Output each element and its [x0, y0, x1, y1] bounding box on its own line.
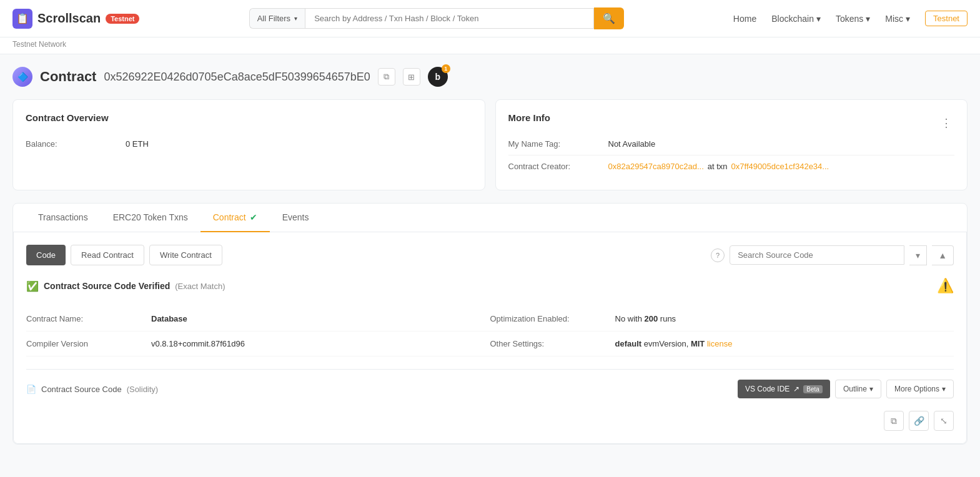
vscode-label: VS Code IDE — [745, 385, 789, 393]
chevron-down-icon: ▾ — [869, 385, 873, 393]
creator-label: Contract Creator: — [508, 162, 608, 171]
nav-area: Home Blockchain ▾ Tokens ▾ Misc ▾ Testne… — [733, 11, 968, 26]
optimization-no: No — [615, 314, 626, 323]
nav-misc[interactable]: Misc ▾ — [885, 14, 910, 24]
copy-code-button[interactable]: ⧉ — [884, 411, 904, 431]
verified-label: Contract Source Code Verified — [44, 281, 170, 291]
warning-icon: ⚠️ — [937, 278, 954, 294]
optimization-value: No with 200 runs — [615, 314, 676, 323]
license-link[interactable]: license — [707, 339, 732, 348]
balance-label: Balance: — [26, 139, 126, 149]
contract-info-grid: Contract Name: Database Optimization Ena… — [26, 307, 954, 357]
logo-icon: 📋 — [12, 9, 32, 29]
optimization-with: with — [628, 314, 642, 323]
code-button[interactable]: Code — [26, 245, 66, 265]
verified-text: ✅ Contract Source Code Verified (Exact M… — [26, 280, 225, 292]
search-chevron-down-icon[interactable]: ▾ — [909, 245, 927, 265]
source-code-suffix: (Solidity) — [127, 385, 159, 394]
contract-address: 0x526922E0426d0705eCa8ace5dF50399654657b… — [104, 71, 370, 84]
more-options-dots[interactable]: ⋮ — [938, 114, 954, 132]
link-button[interactable]: 🔗 — [909, 411, 929, 431]
search-input[interactable] — [305, 8, 594, 29]
contract-overview-title: Contract Overview — [26, 112, 472, 123]
creator-value-area: 0x82a29547ca8970c2ad... at txn 0x7ff4900… — [608, 162, 829, 171]
search-code-input[interactable] — [730, 245, 904, 265]
external-link-icon: ↗ — [793, 385, 799, 393]
nav-blockchain-label: Blockchain — [771, 14, 814, 24]
tab-events[interactable]: Events — [270, 204, 322, 232]
optimization-row: Optimization Enabled: No with 200 runs — [490, 307, 954, 332]
contract-toolbar: Code Read Contract Write Contract ? ▾ ▲ — [26, 245, 954, 265]
contract-content: Code Read Contract Write Contract ? ▾ ▲ … — [13, 232, 967, 444]
name-tag-label: My Name Tag: — [508, 139, 608, 149]
badge-count: 1 — [442, 64, 450, 73]
tab-contract-label: Contract — [213, 212, 246, 222]
verified-check-icon: ✅ — [26, 280, 39, 292]
nav-misc-label: Misc — [885, 14, 903, 24]
source-code-text: Contract Source Code — [41, 385, 122, 394]
sub-header: Testnet Network — [0, 37, 980, 54]
creator-address-link[interactable]: 0x82a29547ca8970c2ad... — [608, 162, 704, 171]
other-settings-default: default — [615, 339, 642, 348]
tab-erc20-label: ERC20 Token Txns — [113, 212, 188, 222]
optimization-runs-unit: runs — [660, 314, 676, 323]
contract-name-label: Contract Name: — [26, 314, 151, 323]
file-icon: 📄 — [26, 385, 36, 394]
tabs-section: Transactions ERC20 Token Txns Contract ✔… — [12, 203, 968, 445]
logo-area: 📋 Scrollscan Testnet — [12, 9, 139, 29]
verified-check-icon: ✔ — [250, 212, 257, 222]
tab-transactions[interactable]: Transactions — [26, 204, 101, 232]
more-info-title: More Info — [508, 112, 551, 123]
beta-badge: Beta — [803, 385, 823, 393]
nav-tokens-label: Tokens — [836, 14, 863, 24]
source-code-label: 📄 Contract Source Code (Solidity) — [26, 385, 158, 394]
name-tag-row: My Name Tag: Not Available — [508, 133, 955, 155]
vscode-button[interactable]: VS Code IDE ↗ Beta — [738, 380, 830, 398]
outline-label: Outline — [843, 385, 867, 393]
logo-text: Scrollscan — [37, 11, 101, 26]
page-content: 🔷 Contract 0x526922E0426d0705eCa8ace5dF5… — [0, 54, 980, 457]
more-info-card: More Info ⋮ My Name Tag: Not Available C… — [495, 99, 968, 190]
read-contract-button[interactable]: Read Contract — [71, 245, 144, 265]
creator-at-txn: at txn — [708, 162, 728, 171]
filter-dropdown[interactable]: All Filters ▾ — [249, 8, 305, 29]
contract-title-row: 🔷 Contract 0x526922E0426d0705eCa8ace5dF5… — [12, 67, 968, 87]
balance-value: 0 ETH — [126, 139, 149, 149]
search-button[interactable]: 🔍 — [594, 7, 624, 29]
bottom-icon-row: ⧉ 🔗 ⤡ — [26, 406, 954, 431]
chevron-down-icon: ▾ — [906, 14, 910, 24]
nav-blockchain[interactable]: Blockchain ▾ — [771, 14, 821, 24]
header: 📋 Scrollscan Testnet All Filters ▾ 🔍 Hom… — [0, 0, 980, 37]
nav-home[interactable]: Home — [733, 14, 756, 24]
source-code-actions: VS Code IDE ↗ Beta Outline ▾ More Option… — [738, 380, 954, 398]
help-icon[interactable]: ? — [711, 248, 725, 262]
tab-contract[interactable]: Contract ✔ — [200, 204, 270, 232]
write-contract-button[interactable]: Write Contract — [149, 245, 222, 265]
name-tag-value: Not Available — [608, 139, 656, 149]
network-label: Testnet Network — [12, 40, 66, 49]
creator-txn-link[interactable]: 0x7ff49005dce1cf342e34... — [731, 162, 829, 171]
search-area: All Filters ▾ 🔍 — [249, 7, 624, 29]
compiler-row: Compiler Version v0.8.18+commit.87f61d96 — [26, 332, 490, 357]
copy-address-button[interactable]: ⧉ — [378, 68, 395, 86]
testnet-button[interactable]: Testnet — [925, 11, 968, 26]
contract-icon: 🔷 — [12, 67, 32, 87]
tab-transactions-label: Transactions — [38, 212, 88, 222]
exact-match-label: (Exact Match) — [175, 282, 225, 291]
creator-row: Contract Creator: 0x82a29547ca8970c2ad..… — [508, 155, 955, 177]
tab-erc20[interactable]: ERC20 Token Txns — [101, 204, 200, 232]
expand-button[interactable]: ⤡ — [934, 411, 954, 431]
other-settings-mit: MIT — [691, 339, 705, 348]
contract-label: Contract — [40, 69, 96, 85]
grid-view-button[interactable]: ⊞ — [403, 68, 420, 86]
nav-tokens[interactable]: Tokens ▾ — [836, 14, 870, 24]
verified-banner: ✅ Contract Source Code Verified (Exact M… — [26, 278, 954, 294]
other-settings-row: Other Settings: default evmVersion, MIT … — [490, 332, 954, 357]
search-collapse-icon[interactable]: ▲ — [932, 245, 954, 265]
outline-button[interactable]: Outline ▾ — [835, 380, 881, 398]
contract-buttons: Code Read Contract Write Contract — [26, 245, 222, 265]
balance-row: Balance: 0 ETH — [26, 133, 472, 155]
more-options-button[interactable]: More Options ▾ — [886, 380, 954, 398]
b-badge-button[interactable]: b 1 — [428, 67, 448, 87]
other-settings-evm: evmVersion, — [644, 339, 689, 348]
